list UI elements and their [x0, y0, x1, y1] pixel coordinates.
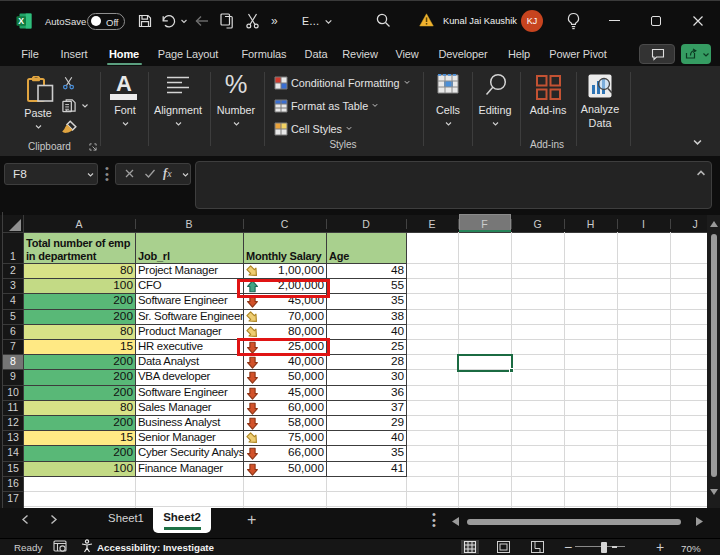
svg-text:X: X — [18, 16, 24, 26]
